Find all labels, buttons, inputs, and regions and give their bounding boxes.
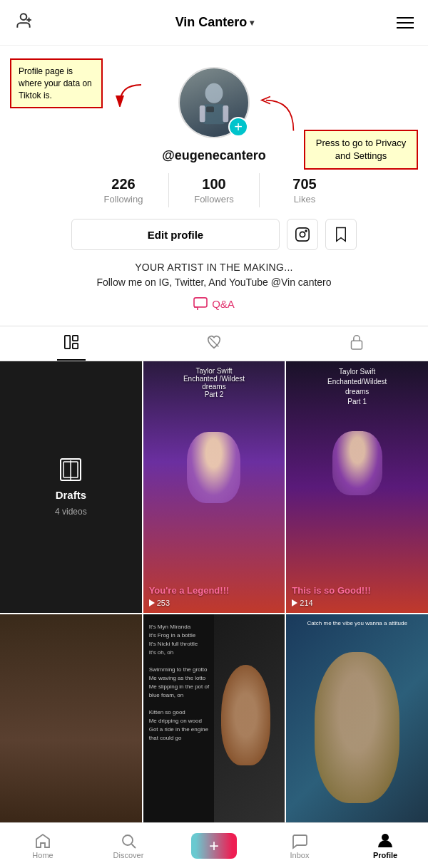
search-icon [120, 832, 137, 849]
svg-point-23 [382, 834, 389, 841]
chat-icon [291, 832, 308, 849]
stats-row: 226 Following 100 Followers 705 Likes [78, 173, 350, 207]
nav-create[interactable]: + [171, 833, 257, 859]
menu-button[interactable] [397, 17, 414, 29]
drafts-cell[interactable]: Drafts 4 videos [0, 361, 142, 613]
annotation-left-arrow [106, 81, 148, 113]
bio-line2: Follow me on IG, Twitter, And YouTube @V… [96, 275, 331, 290]
svg-line-22 [132, 844, 136, 848]
nav-inbox[interactable]: Inbox [257, 832, 342, 859]
annotation-privacy-settings: Press to go to Privacy and Settings [304, 130, 418, 170]
grid-icon [63, 334, 79, 353]
likes-count: 705 [260, 176, 350, 192]
profile-name-text: Vin Cantero [175, 15, 248, 30]
svg-rect-11 [194, 298, 207, 307]
nav-discover[interactable]: Discover [86, 832, 171, 859]
video-ts2[interactable]: Taylor SwiftEnchanted/WildestdreamsPart … [286, 361, 428, 613]
ts1-caption: You're a Legend!!! [149, 585, 280, 596]
home-icon [34, 832, 51, 849]
likes-label: Likes [260, 194, 350, 205]
lyrics-text: It's Myn MirandaIt's Frog in a bottleIt'… [149, 623, 213, 743]
video-ts1[interactable]: Taylor SwiftEnchanted /WildestdreamsPart… [143, 361, 285, 613]
likes-stat[interactable]: 705 Likes [260, 173, 350, 207]
qa-label: Q&A [212, 298, 235, 310]
bio-text: YOUR ARTIST IN THE MAKING... Follow me o… [82, 260, 345, 290]
svg-rect-4 [202, 104, 226, 124]
tab-private[interactable] [285, 326, 428, 361]
add-user-button[interactable] [14, 11, 33, 34]
svg-rect-12 [65, 335, 70, 348]
svg-point-9 [300, 232, 305, 237]
top-navigation: Vin Cantero ▾ [0, 0, 428, 46]
nav-home[interactable]: Home [0, 832, 86, 859]
following-label: Following [78, 194, 168, 205]
following-stat[interactable]: 226 Following [78, 173, 169, 207]
plus-icon: + [209, 836, 219, 856]
drafts-count: 4 videos [55, 507, 87, 517]
svg-rect-8 [296, 228, 309, 241]
followers-count: 100 [169, 176, 259, 192]
svg-rect-13 [73, 335, 78, 340]
qa-link[interactable]: Q&A [193, 297, 235, 310]
svg-rect-7 [223, 105, 228, 122]
ts1-plays: 253 [149, 599, 280, 607]
followers-stat[interactable]: 100 Followers [169, 173, 260, 207]
svg-point-21 [123, 835, 133, 845]
heart-icon [206, 334, 222, 353]
annotation-right-arrow [257, 94, 300, 140]
following-count: 226 [78, 176, 168, 192]
ts2-overlay: This is so Good!!! 214 [286, 361, 428, 613]
nav-home-label: Home [32, 851, 53, 859]
action-buttons-row: Edit profile [71, 219, 357, 250]
dropdown-arrow-icon: ▾ [250, 18, 254, 28]
video-grid: Drafts 4 videos Taylor SwiftEnchanted /W… [0, 361, 428, 866]
add-photo-button[interactable]: + [228, 117, 248, 137]
tab-videos[interactable] [0, 326, 143, 361]
ts1-overlay: You're a Legend!!! 253 [143, 361, 285, 613]
bottom-navigation: Home Discover + Inbox Profile [0, 822, 428, 868]
ts2-caption: This is so Good!!! [292, 585, 422, 596]
ts2-plays: 214 [292, 599, 422, 607]
instagram-button[interactable] [287, 219, 318, 250]
nav-inbox-label: Inbox [290, 851, 310, 859]
svg-point-10 [305, 230, 307, 232]
bookmark-button[interactable] [325, 219, 357, 250]
svg-rect-14 [73, 343, 78, 348]
svg-rect-6 [200, 105, 205, 122]
nav-profile[interactable]: Profile [342, 832, 428, 859]
drafts-label: Drafts [56, 489, 86, 501]
svg-point-3 [205, 83, 223, 103]
profile-name-dropdown[interactable]: Vin Cantero ▾ [175, 15, 255, 30]
nav-discover-label: Discover [113, 851, 144, 859]
profile-icon [377, 832, 394, 849]
face-overlay-text: Catch me the vibe you wanna a attitude [286, 620, 428, 626]
tab-liked[interactable] [143, 326, 285, 361]
profile-section: Profile page is where your data on Tikto… [0, 46, 428, 323]
svg-point-0 [21, 14, 27, 20]
followers-label: Followers [169, 194, 259, 205]
lock-icon [350, 334, 364, 353]
nav-profile-label: Profile [373, 851, 397, 859]
drafts-icon [58, 458, 83, 483]
edit-profile-button[interactable]: Edit profile [71, 219, 280, 250]
bio-line1: YOUR ARTIST IN THE MAKING... [96, 260, 331, 275]
svg-rect-17 [352, 341, 362, 349]
svg-rect-5 [206, 106, 214, 112]
avatar[interactable]: + [178, 67, 250, 138]
create-button[interactable]: + [195, 833, 233, 859]
annotation-profile-data: Profile page is where your data on Tikto… [10, 58, 103, 108]
content-tabs [0, 326, 428, 361]
username-text: @eugenecantero [162, 148, 266, 163]
